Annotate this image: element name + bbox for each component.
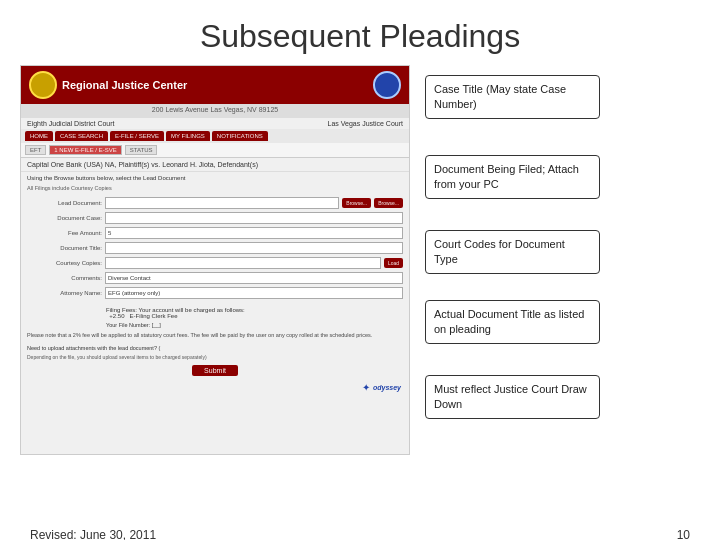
mockup-court-right: Las Vegas Justice Court [328, 120, 404, 127]
mockup-file-num: Your File Number: [__] [21, 320, 409, 329]
field-input-attorney: EFG (attorney only) [105, 287, 403, 299]
field-row-lead: Lead Document: Browse... Browse... [27, 197, 403, 209]
callout-drawdown: Must reflect Justice Court Draw Down [425, 375, 600, 419]
mockup-nav-tab-case: CASE SEARCH [55, 131, 108, 141]
odyssey-label: odyssey [373, 384, 401, 391]
mockup-case-title: Capital One Bank (USA) NA, Plaintiff(s) … [21, 158, 409, 172]
revised-label: Revised: June 30, 2011 [30, 528, 156, 540]
mockup-nav-tab-filings: MY FILINGS [166, 131, 210, 141]
field-label-doccase: Document Case: [27, 215, 102, 221]
mockup-nav-tab-notif: NOTIFICATIONS [212, 131, 268, 141]
mockup-nav-tab-efile: E-FILE / SERVE [110, 131, 164, 141]
callout-case-title: Case Title (May state Case Number) [425, 75, 600, 119]
field-row-doccase: Document Case: [27, 212, 403, 224]
callout-document-filing: Document Being Filed; Attach from your P… [425, 155, 600, 199]
mockup-upload-paren: Depending on the file, you should upload… [21, 353, 409, 361]
field-input-comments: Diverse Contact [105, 272, 403, 284]
mockup-subnav-status: STATUS [125, 145, 158, 155]
field-label-attorney: Attorney Name: [27, 290, 102, 296]
mockup-header-left: Regional Justice Center [29, 71, 187, 99]
mockup-address: 200 Lewis Avenue Las Vegas, NV 89125 [21, 104, 409, 118]
mockup-form: Lead Document: Browse... Browse... Docum… [21, 194, 409, 305]
mockup-header-title: Regional Justice Center [62, 79, 187, 91]
field-row-doctitle: Document Title: [27, 242, 403, 254]
callout-case-title-text: Case Title (May state Case Number) [434, 83, 566, 110]
mockup-subnav-eft: EFT [25, 145, 46, 155]
mockup-instructions-sub: All Filings include Courtesy Copies [21, 184, 409, 194]
screenshot-mockup: Regional Justice Center 200 Lewis Avenue… [20, 65, 410, 455]
page-title: Subsequent Pleadings [0, 0, 720, 65]
field-btn-courtesy: Load [384, 258, 403, 268]
field-btn-lead: Browse... [342, 198, 371, 208]
callout-actual-title: Actual Document Title as listed on plead… [425, 300, 600, 344]
callout-actual-title-text: Actual Document Title as listed on plead… [434, 308, 584, 335]
mockup-instructions: Using the Browse buttons below, select t… [21, 172, 409, 184]
mockup-fee-text: Filing Fees: Your account will be charge… [21, 305, 409, 320]
field-input-doccase [105, 212, 403, 224]
odyssey-icon: ✦ [362, 382, 370, 393]
field-btn-lead2: Browse... [374, 198, 403, 208]
field-input-doctitle [105, 242, 403, 254]
mockup-subnav: EFT 1 NEW E-FILE / E-SVE STATUS [21, 143, 409, 158]
page-number: 10 [677, 528, 690, 540]
field-input-courtesy [105, 257, 381, 269]
field-input-lead [105, 197, 339, 209]
mockup-upload-note: Need to upload attachments with the lead… [21, 343, 409, 353]
mockup-header: Regional Justice Center [21, 66, 409, 104]
field-label-courtesy: Courtesy Copies: [27, 260, 102, 266]
mockup-submit-btn: Submit [192, 365, 238, 376]
callout-court-codes-text: Court Codes for Document Type [434, 238, 565, 265]
mockup-footer: ✦ odyssey [21, 380, 409, 395]
field-input-fee: 5 [105, 227, 403, 239]
bottom-bar: Revised: June 30, 2011 10 [0, 520, 720, 540]
field-row-attorney: Attorney Name: EFG (attorney only) [27, 287, 403, 299]
mockup-nav: HOME CASE SEARCH E-FILE / SERVE MY FILIN… [21, 129, 409, 143]
mockup-note: Please note that a 2% fee will be applie… [21, 329, 409, 343]
field-row-comments: Comments: Diverse Contact [27, 272, 403, 284]
field-row-courtesy: Courtesy Copies: Load [27, 257, 403, 269]
callouts-area: Case Title (May state Case Number) Docum… [420, 65, 700, 455]
mockup-court-left: Eighth Judicial District Court [27, 120, 115, 127]
mockup-court-label: Eighth Judicial District Court Las Vegas… [21, 118, 409, 129]
callout-document-filing-text: Document Being Filed; Attach from your P… [434, 163, 579, 190]
callout-drawdown-text: Must reflect Justice Court Draw Down [434, 383, 587, 410]
mockup-nav-tab-home: HOME [25, 131, 53, 141]
callout-court-codes: Court Codes for Document Type [425, 230, 600, 274]
field-label-fee: Fee Amount: [27, 230, 102, 236]
mockup-subnav-new: 1 NEW E-FILE / E-SVE [49, 145, 121, 155]
field-row-fee: Fee Amount: 5 [27, 227, 403, 239]
mockup-court-seal [373, 71, 401, 99]
field-label-comments: Comments: [27, 275, 102, 281]
mockup-logo-circle [29, 71, 57, 99]
field-label-doctitle: Document Title: [27, 245, 102, 251]
mockup-submit-row: Submit [21, 361, 409, 380]
field-label-lead: Lead Document: [27, 200, 102, 206]
